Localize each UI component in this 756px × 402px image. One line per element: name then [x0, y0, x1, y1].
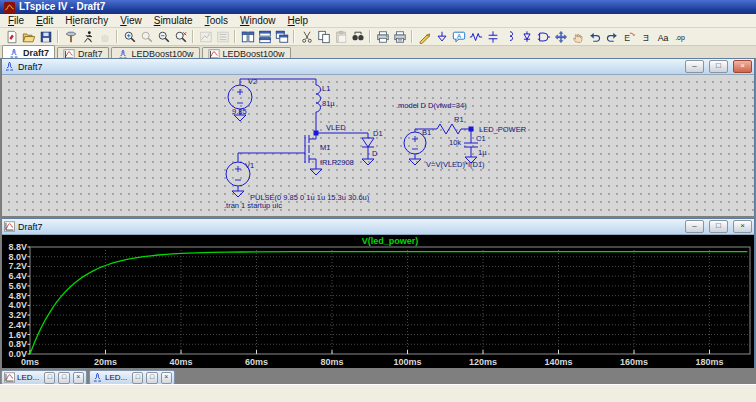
menu-edit[interactable]: Edit	[30, 14, 59, 27]
l1-value-label: 81µ	[322, 99, 335, 108]
y-tick-label: 0.8V	[8, 339, 27, 349]
y-tick-label: 3.2V	[8, 310, 27, 320]
redo-button[interactable]	[603, 29, 620, 44]
maximize-button[interactable]: □	[58, 372, 69, 384]
waveform-pane[interactable]: 8.8V8.0V7.2V6.4V5.6V4.8V4.0V3.2V2.4V1.6V…	[2, 235, 754, 368]
cascade-windows-button[interactable]	[273, 29, 290, 44]
text-button[interactable]: Aa	[654, 29, 671, 44]
close-button[interactable]: ×	[161, 372, 172, 384]
toolbar-separator	[116, 30, 118, 43]
rotate-button[interactable]: E	[620, 29, 637, 44]
component-button[interactable]	[535, 29, 552, 44]
y-tick-label: 8.8V	[8, 242, 27, 252]
capacitor-c1[interactable]	[464, 143, 478, 147]
move-button[interactable]	[552, 29, 569, 44]
schematic-window-title: Draft7	[18, 62, 43, 72]
restore-button[interactable]: □	[709, 220, 728, 233]
wire-button[interactable]	[416, 29, 433, 44]
menubar: FileEditHierarchyViewSimulateToolsWindow…	[0, 14, 756, 28]
close-button[interactable]: ×	[733, 220, 752, 233]
mdi-workspace: Draft7 – □ ×	[0, 58, 756, 385]
menu-help[interactable]: Help	[282, 14, 315, 27]
menu-window[interactable]: Window	[234, 14, 282, 27]
tile-vertically-button[interactable]	[239, 29, 256, 44]
waveform-window-titlebar[interactable]: Draft7 – □ ×	[2, 219, 754, 235]
x-tick-label: 40ms	[169, 357, 192, 367]
new-schematic-button[interactable]	[3, 29, 20, 44]
ground-symbol	[362, 159, 374, 165]
diode-d1[interactable]	[362, 138, 374, 147]
restore-button[interactable]: □	[709, 60, 728, 73]
ground-button[interactable]	[433, 29, 450, 44]
svg-text:Aa: Aa	[657, 32, 668, 42]
control-panel-button[interactable]	[62, 29, 79, 44]
close-button[interactable]: ×	[73, 372, 84, 384]
app-window: LTspice IV - Draft7 FileEditHierarchyVie…	[0, 0, 756, 402]
close-button[interactable]: ×	[733, 60, 752, 73]
ground-symbol	[232, 191, 244, 197]
minimize-button[interactable]: –	[685, 60, 704, 73]
waveform-window: Draft7 – □ × 8.8V8.0V7.2V6.4V5.6V4.8V4.0…	[1, 218, 755, 368]
find-button[interactable]	[349, 29, 366, 44]
schematic-canvas[interactable]: V2 9.85 L1 81µ VLED D1 D M1 IRLR2908 V1 …	[2, 75, 754, 216]
resistor-r1[interactable]	[437, 124, 461, 134]
drag-button[interactable]	[569, 29, 586, 44]
restore-button[interactable]: □	[132, 372, 143, 384]
mirror-button[interactable]: Ǝ	[637, 29, 654, 44]
spice-directive-button[interactable]: .op	[671, 29, 688, 44]
zoom-extents-button[interactable]	[172, 29, 189, 44]
inductor-l1[interactable]	[316, 85, 321, 112]
minimized-window-schematic[interactable]: LED...□□×	[89, 370, 175, 385]
d1-model-label: D	[372, 149, 378, 158]
undo-button[interactable]	[586, 29, 603, 44]
c1-ref-label: C1	[476, 134, 486, 143]
run-button[interactable]	[79, 29, 96, 44]
menu-file[interactable]: File	[2, 14, 30, 27]
page-setup-button[interactable]	[374, 29, 391, 44]
circuit-wires	[226, 79, 478, 197]
b1-ref-label: B1	[422, 128, 431, 137]
minimized-window-waveform[interactable]: LED...□□×	[1, 370, 87, 385]
zoom-back-button	[138, 29, 155, 44]
y-tick-label: 7.2V	[8, 261, 27, 271]
y-tick-label: 5.6V	[8, 281, 27, 291]
tile-horizontally-button[interactable]	[256, 29, 273, 44]
restore-button[interactable]: □	[44, 372, 55, 384]
x-tick-label: 180ms	[695, 357, 723, 367]
resistor-button[interactable]	[467, 29, 484, 44]
print-button[interactable]	[391, 29, 408, 44]
ltspice-logo-icon	[4, 2, 15, 13]
wire-junction	[314, 131, 318, 135]
statusbar	[0, 384, 756, 402]
open-button[interactable]	[20, 29, 37, 44]
trace-vled-power[interactable]	[30, 252, 747, 354]
trace-label[interactable]: V(led_power)	[362, 236, 419, 246]
d1-ref-label: D1	[373, 129, 383, 138]
mosfet-m1[interactable]	[305, 135, 309, 163]
menu-hierarchy[interactable]: Hierarchy	[59, 14, 114, 27]
menu-tools[interactable]: Tools	[199, 14, 234, 27]
cut-button[interactable]	[298, 29, 315, 44]
toolbar-separator	[411, 30, 413, 43]
schematic-window-titlebar[interactable]: Draft7 – □ ×	[2, 59, 754, 75]
l1-ref-label: L1	[322, 84, 330, 93]
x-tick-label: 0ms	[21, 357, 39, 367]
menu-simulate[interactable]: Simulate	[148, 14, 199, 27]
svg-text:Ǝ: Ǝ	[643, 32, 649, 42]
copy-button[interactable]	[315, 29, 332, 44]
maximize-button[interactable]: □	[146, 372, 157, 384]
voltage-source-v2[interactable]	[228, 85, 252, 109]
capacitor-button[interactable]	[484, 29, 501, 44]
net-label-vled: VLED	[326, 123, 346, 132]
net-label-button[interactable]: A	[450, 29, 467, 44]
schematic-window: Draft7 – □ ×	[1, 58, 755, 216]
app-titlebar[interactable]: LTspice IV - Draft7	[0, 0, 756, 14]
menu-view[interactable]: View	[114, 14, 148, 27]
diode-button[interactable]	[518, 29, 535, 44]
zoom-out-button[interactable]	[155, 29, 172, 44]
minimize-button[interactable]: –	[685, 220, 704, 233]
waveform-icon	[4, 372, 15, 383]
zoom-area-button[interactable]	[121, 29, 138, 44]
save-button[interactable]	[37, 29, 54, 44]
inductor-button[interactable]	[501, 29, 518, 44]
